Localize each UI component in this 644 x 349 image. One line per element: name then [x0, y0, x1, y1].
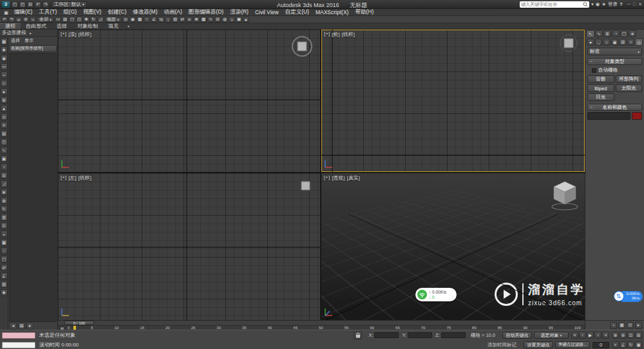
menu-item[interactable]: 动画(A) — [160, 9, 185, 16]
keyboard-override-icon[interactable]: ▦ — [618, 322, 625, 329]
3ds-max-logo-icon[interactable]: 3 — [2, 1, 10, 8]
explorer-filter-icon[interactable]: ∿ — [1, 147, 8, 154]
maximize-viewport-toggle-icon[interactable]: ▣ — [635, 341, 642, 348]
menu-item[interactable]: 编辑(E) — [11, 9, 35, 16]
ribbon-tab[interactable]: 对象绘制 — [72, 23, 103, 29]
menu-item[interactable]: 帮助(H) — [352, 9, 377, 16]
undo-icon[interactable]: ↶ — [35, 1, 41, 8]
viewport-front-active[interactable]: [+][前][线框] — [321, 30, 585, 172]
menu-item[interactable]: 自定义(U) — [282, 9, 312, 16]
explorer-filter-icon[interactable]: ∠ — [1, 272, 8, 279]
render-production-icon[interactable]: ● — [243, 17, 249, 23]
viewport-left[interactable]: [+][左][线框] — [58, 173, 320, 320]
align-icon[interactable]: ≡ — [186, 17, 193, 23]
layer-manager-icon[interactable]: ≣ — [193, 17, 200, 23]
search-input[interactable] — [521, 2, 583, 7]
explorer-filter-icon[interactable]: ▧ — [1, 281, 8, 288]
explorer-filter-icon[interactable]: ⇄ — [1, 264, 8, 271]
explorer-filter-icon[interactable]: ⊡ — [1, 222, 8, 229]
go-to-start-button[interactable]: « — [571, 332, 578, 339]
explorer-filter-icon[interactable]: ● — [1, 88, 8, 95]
previous-frame-button[interactable]: ‹ — [579, 332, 586, 339]
name-and-color-rollout[interactable]: − 名称和颜色 — [587, 104, 642, 111]
viewport-top[interactable]: [+][顶][线框] — [58, 30, 320, 172]
explorer-filter-icon[interactable]: ▲ — [1, 105, 8, 112]
explorer-filter-icon[interactable]: ↻ — [1, 205, 8, 212]
explorer-filter-icon[interactable]: ○ — [1, 247, 8, 254]
snap-toggle-icon[interactable]: ∴ — [144, 17, 150, 23]
macro-recorder-line[interactable] — [2, 332, 35, 339]
material-editor-icon[interactable]: ◍ — [222, 17, 228, 23]
isolate-toggle-icon[interactable]: ⊡ — [627, 322, 634, 329]
save-file-icon[interactable]: ⊟ — [27, 1, 33, 8]
communication-center-icon[interactable]: ◉ — [596, 1, 600, 7]
explorer-filter-icon[interactable]: ▩ — [1, 239, 8, 246]
max-file-icon[interactable]: ▣ — [4, 10, 8, 15]
time-config-icon[interactable]: ◔ — [610, 322, 617, 329]
play-button[interactable]: ▶ — [587, 332, 594, 339]
schematic-view-icon[interactable]: ⊟ — [214, 17, 221, 23]
explorer-filter-icon[interactable]: ✚ — [1, 289, 8, 296]
viewport-menu[interactable]: [+] — [324, 31, 330, 38]
new-file-icon[interactable]: ▢ — [12, 1, 18, 8]
explorer-filter-icon[interactable]: ◎ — [1, 113, 8, 120]
object-type-rollout[interactable]: − 对象类型 — [587, 58, 642, 65]
object-type-button[interactable]: 日光 — [587, 93, 614, 101]
ribbon-tab[interactable]: 自由形式 — [21, 23, 52, 29]
explorer-next-icon[interactable]: ▸ — [26, 323, 33, 330]
zoom-all-icon[interactable]: ⊛ — [620, 332, 627, 339]
spinner-snap-icon[interactable]: ↕ — [165, 17, 171, 23]
percent-snap-icon[interactable]: % — [158, 17, 164, 23]
viewport-view-label[interactable]: [左] — [68, 174, 76, 182]
go-to-end-button[interactable]: » — [602, 332, 609, 339]
cameras-category-icon[interactable]: ◉ — [611, 39, 619, 46]
subcategory-dropdown[interactable]: 标准 ▾ — [587, 48, 642, 55]
maximize-icon[interactable]: □ — [633, 2, 636, 7]
next-frame-button[interactable]: › — [594, 332, 601, 339]
ribbon-panel-header[interactable]: 多边形建模 ▾ — [0, 30, 58, 37]
viewcube-icon[interactable] — [297, 177, 314, 194]
lock-selection-toggle[interactable] — [354, 332, 362, 339]
rendered-frame-window-icon[interactable]: ▣ — [236, 17, 242, 23]
explorer-filter-icon[interactable]: ⊞ — [1, 97, 8, 104]
explorer-filter-icon[interactable]: ◒ — [1, 231, 8, 238]
explorer-sort-header[interactable]: 名称(按升序排序) — [9, 45, 57, 52]
zoom-extents-icon[interactable]: ⊡ — [627, 332, 634, 339]
menu-item[interactable]: Civil View — [252, 9, 282, 16]
reference-coordinate-dropdown[interactable]: 视图▾ — [104, 17, 122, 23]
set-key-button[interactable]: 设置关键点 — [524, 341, 553, 348]
keyboard-shortcut-override-icon[interactable]: ▦ — [137, 17, 143, 23]
explorer-prev-icon[interactable]: ◂ — [10, 323, 17, 330]
y-coordinate-field[interactable] — [408, 332, 432, 338]
explorer-filter-icon[interactable]: ✕ — [1, 122, 8, 129]
explorer-filter-icon[interactable]: ▤ — [1, 130, 8, 137]
undo-icon[interactable]: ↶ — [1, 17, 8, 23]
lights-category-icon[interactable]: ☼ — [603, 39, 611, 46]
open-file-icon[interactable]: ◰ — [19, 1, 26, 8]
select-and-move-icon[interactable]: ✚ — [83, 17, 90, 23]
field-of-view-icon[interactable]: ∠ — [620, 341, 627, 348]
explorer-filter-icon[interactable]: ▣ — [1, 155, 8, 162]
viewport-menu[interactable]: [+] — [61, 174, 66, 182]
explorer-filter-icon[interactable]: ◍ — [1, 197, 8, 204]
redo-icon[interactable]: ↷ — [43, 1, 49, 8]
speed-badge-overlay[interactable]: ⇅ 0.01K/s 0K/s — [614, 290, 643, 302]
menu-item[interactable]: 图形编辑器(D) — [185, 9, 227, 16]
modify-tab-icon[interactable]: ∿ — [595, 30, 603, 37]
z-coordinate-field[interactable] — [441, 332, 466, 338]
menu-item[interactable]: 组(G) — [60, 9, 80, 16]
select-and-link-icon[interactable]: ∞ — [15, 17, 22, 23]
menu-item[interactable]: 工具(T) — [35, 9, 60, 16]
object-type-button[interactable]: Biped — [587, 84, 614, 92]
viewport-shading-label[interactable]: [线框] — [79, 174, 91, 182]
select-object-icon[interactable]: ▭ — [55, 17, 61, 23]
window-crossing-icon[interactable]: ◫ — [76, 17, 82, 23]
sign-in-button[interactable]: 登录 — [608, 1, 618, 8]
explorer-filter-icon[interactable]: ⊟ — [1, 172, 8, 179]
angle-snap-icon[interactable]: ∠ — [151, 17, 157, 23]
viewport-view-label[interactable]: [前] — [332, 31, 339, 38]
key-filters-button[interactable]: 关键点过滤器... — [555, 341, 590, 348]
redo-icon[interactable]: ↷ — [8, 17, 15, 23]
explorer-filter-icon[interactable]: ▢ — [1, 256, 8, 263]
menu-item[interactable]: 视图(V) — [80, 9, 104, 16]
